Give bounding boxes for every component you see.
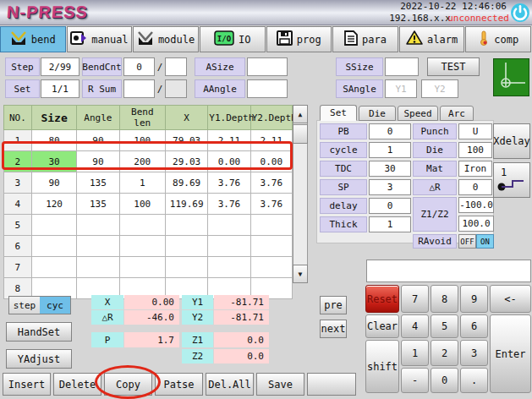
- dot-key[interactable]: .: [460, 368, 488, 393]
- asize-field[interactable]: [247, 57, 288, 76]
- tab-manual[interactable]: manual: [67, 26, 133, 52]
- table-row[interactable]: 4 120 135 100 119.69 3.76 3.76: [4, 194, 293, 215]
- cell[interactable]: [119, 236, 165, 257]
- table-row[interactable]: 1 80 90 100 79.03 2.11 2.11: [4, 130, 293, 151]
- cell[interactable]: 2.11: [208, 130, 250, 151]
- cell[interactable]: 2.11: [250, 130, 292, 151]
- bendcnt-field[interactable]: [123, 57, 155, 76]
- cell[interactable]: 120: [31, 194, 76, 215]
- cell[interactable]: 90: [77, 130, 119, 151]
- save-button[interactable]: Save: [256, 373, 304, 396]
- cell[interactable]: 3.76: [250, 194, 292, 215]
- test-button[interactable]: TEST: [427, 57, 480, 76]
- scroll-up-icon[interactable]: ▲: [293, 105, 308, 123]
- bendcnt-total-field[interactable]: [165, 57, 187, 76]
- cell[interactable]: 100: [119, 130, 165, 151]
- tab-comp[interactable]: comp: [465, 26, 531, 52]
- minus-key[interactable]: -: [401, 368, 429, 393]
- cell[interactable]: 3.76: [208, 194, 250, 215]
- handset-button[interactable]: HandSet: [6, 322, 72, 342]
- key-8[interactable]: 8: [431, 285, 458, 313]
- set-field[interactable]: [41, 79, 80, 98]
- cell[interactable]: [77, 236, 119, 257]
- cell[interactable]: [77, 215, 119, 236]
- param-tab-die[interactable]: Die: [359, 106, 396, 121]
- cell[interactable]: 30: [31, 151, 76, 172]
- pre-button[interactable]: pre: [320, 296, 347, 314]
- clear-key[interactable]: Clear: [365, 314, 399, 338]
- key-9[interactable]: 9: [460, 285, 488, 313]
- ravoid-on-toggle[interactable]: ON: [476, 234, 494, 249]
- step-mode-button[interactable]: 1: [493, 162, 530, 198]
- power-icon[interactable]: [510, 3, 530, 23]
- key-0[interactable]: 0: [431, 368, 458, 393]
- xdelay-button[interactable]: Xdelay: [493, 123, 530, 159]
- pb-field[interactable]: [369, 123, 411, 139]
- next-button[interactable]: next: [320, 320, 347, 338]
- cell[interactable]: 135: [77, 172, 119, 194]
- cell[interactable]: 79.03: [166, 130, 208, 151]
- cell[interactable]: [166, 215, 208, 236]
- cell[interactable]: 200: [119, 151, 165, 172]
- scroll-down-icon[interactable]: ▼: [293, 265, 308, 283]
- cell[interactable]: 0.00: [208, 151, 250, 172]
- tab-module[interactable]: module: [133, 26, 199, 52]
- tdc-field[interactable]: [369, 161, 411, 177]
- die-field[interactable]: [458, 142, 492, 158]
- cell[interactable]: [119, 257, 165, 278]
- cell[interactable]: 7: [4, 257, 32, 278]
- paste-button[interactable]: Patse: [155, 373, 203, 396]
- mat-field[interactable]: [458, 161, 492, 177]
- key-1[interactable]: 1: [401, 340, 429, 366]
- cell[interactable]: 80: [31, 130, 76, 151]
- cell[interactable]: 4: [4, 194, 32, 215]
- cell[interactable]: [31, 215, 76, 236]
- cell[interactable]: [208, 257, 250, 278]
- delta-r-field[interactable]: [458, 179, 492, 195]
- delete-all-button[interactable]: Del.All: [206, 373, 254, 396]
- cell[interactable]: 5: [4, 215, 32, 236]
- key-6[interactable]: 6: [460, 314, 488, 338]
- sangle-y2-field[interactable]: [421, 79, 458, 98]
- cell[interactable]: 3.76: [208, 172, 250, 194]
- cyc-mode-option[interactable]: cyc: [40, 297, 70, 314]
- table-row-selected[interactable]: 2 30 90 200 29.03 0.00 0.00: [4, 151, 293, 172]
- delay-field[interactable]: [369, 198, 411, 214]
- sangle-y1-field[interactable]: [385, 79, 417, 98]
- cell[interactable]: 90: [77, 151, 119, 172]
- cell[interactable]: 100: [119, 194, 165, 215]
- cell[interactable]: 3: [4, 172, 32, 194]
- param-tab-set[interactable]: Set: [320, 105, 357, 121]
- key-2[interactable]: 2: [431, 340, 458, 366]
- cell[interactable]: 29.03: [166, 151, 208, 172]
- cell[interactable]: 0.00: [250, 151, 292, 172]
- origin-button[interactable]: [493, 58, 529, 96]
- shift-key[interactable]: shift: [365, 340, 399, 393]
- key-3[interactable]: 3: [460, 340, 488, 366]
- cell[interactable]: 89.69: [166, 172, 208, 194]
- cell[interactable]: 1: [119, 172, 165, 194]
- cell[interactable]: 6: [4, 236, 32, 257]
- z1-field[interactable]: [458, 197, 494, 213]
- ravoid-off-toggle[interactable]: OFF: [458, 234, 476, 249]
- cell[interactable]: [119, 215, 165, 236]
- cell[interactable]: 2: [4, 151, 32, 172]
- param-tab-arc[interactable]: Arc: [440, 106, 474, 121]
- yadjust-button[interactable]: YAdjust: [6, 349, 72, 369]
- cell[interactable]: [250, 215, 292, 236]
- cell[interactable]: [166, 236, 208, 257]
- ssize-field[interactable]: [385, 57, 419, 76]
- table-row[interactable]: 3 90 135 1 89.69 3.76 3.76: [4, 172, 293, 194]
- step-field[interactable]: [41, 57, 80, 76]
- table-row[interactable]: 7: [4, 257, 293, 278]
- tab-alarm[interactable]: alarm: [399, 26, 465, 52]
- enter-key[interactable]: Enter: [490, 314, 531, 393]
- delete-button[interactable]: Delete: [53, 373, 101, 396]
- tab-para[interactable]: para: [332, 26, 398, 52]
- cell[interactable]: [77, 257, 119, 278]
- key-4[interactable]: 4: [401, 314, 429, 338]
- copy-button[interactable]: Copy: [104, 373, 152, 396]
- table-row[interactable]: 5: [4, 215, 293, 236]
- cell[interactable]: [208, 215, 250, 236]
- key-5[interactable]: 5: [431, 314, 458, 338]
